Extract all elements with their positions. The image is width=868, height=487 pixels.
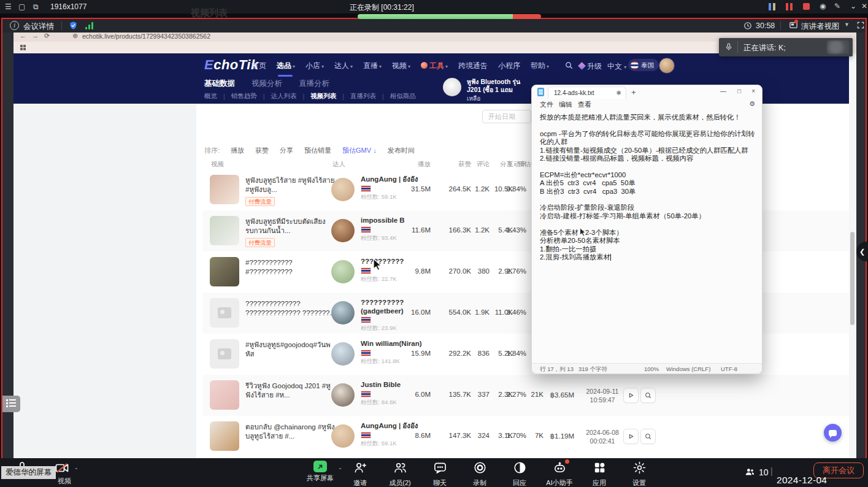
- camera-options-icon[interactable]: ⌃: [74, 467, 79, 473]
- scrollbar[interactable]: [849, 53, 856, 464]
- section-link-直播列表[interactable]: 直播列表: [350, 92, 376, 101]
- play-video-button[interactable]: [623, 388, 639, 403]
- influencer-avatar[interactable]: [331, 219, 355, 242]
- inspect-video-button[interactable]: [640, 388, 656, 403]
- inspect-video-button[interactable]: [640, 429, 656, 444]
- nav-item-首页[interactable]: 首页: [252, 61, 266, 71]
- share-button[interactable]: 共享屏幕⌃: [307, 461, 334, 487]
- region-selector[interactable]: 泰国: [628, 59, 659, 71]
- close-icon[interactable]: ×: [751, 88, 755, 94]
- close-icon[interactable]: ✕: [861, 2, 867, 10]
- pause-recording-icon[interactable]: [786, 2, 794, 11]
- reload-icon[interactable]: ⟳: [44, 32, 50, 40]
- invite-button[interactable]: 邀请: [347, 461, 374, 487]
- url-bar[interactable]: echotik.live/products/172994342350386256…: [82, 33, 210, 40]
- tab-视频分析[interactable]: 视频分析: [252, 79, 282, 89]
- notepad-text-area[interactable]: 投放的本质是把精准人群流量买回来，展示优质素材，然后转化！ ocpm -平台为了…: [540, 113, 756, 261]
- sort-tab[interactable]: 预估GMV ↓: [342, 146, 377, 155]
- chevron-down-icon[interactable]: ⌄: [850, 2, 856, 10]
- section-link-相似商品[interactable]: 相似商品: [390, 92, 416, 101]
- maximize-icon[interactable]: □: [737, 88, 741, 94]
- minimize-icon[interactable]: —: [720, 88, 726, 94]
- ai-button[interactable]: AI小助手: [546, 461, 573, 487]
- pen-icon[interactable]: ✎: [834, 2, 840, 10]
- menu-文件[interactable]: 文件: [540, 100, 553, 109]
- video-title[interactable]: ตอบกลับ @chainarong #หูฟังบลูทูธไร้สาย #…: [245, 423, 339, 441]
- video-title[interactable]: ?????????????? ?????????????? ???????...: [245, 299, 339, 318]
- scrollbar-thumb[interactable]: [850, 232, 855, 325]
- influencer-name[interactable]: Win william(Niran): [361, 340, 426, 348]
- video-thumbnail[interactable]: [210, 421, 239, 451]
- video-thumbnail[interactable]: [210, 298, 239, 328]
- chat-fab-button[interactable]: [824, 424, 842, 442]
- influencer-name[interactable]: AungAung | อังอัง: [361, 175, 426, 184]
- section-link-销售趋势[interactable]: 销售趋势: [231, 92, 257, 101]
- menu-查看[interactable]: 查看: [578, 100, 591, 109]
- window-icon[interactable]: ▢: [18, 2, 25, 11]
- upgrade-button[interactable]: 升级: [579, 61, 602, 72]
- gear-icon[interactable]: ⚙: [749, 100, 755, 108]
- language-selector[interactable]: 中文 ▾: [607, 61, 626, 72]
- nav-item-选品[interactable]: 选品▾: [277, 61, 295, 71]
- capture-region-icon[interactable]: ⧉: [33, 2, 39, 11]
- influencer-name[interactable]: impossible B: [361, 217, 426, 225]
- avatar[interactable]: [659, 58, 675, 74]
- chat-button[interactable]: 聊天: [426, 461, 453, 487]
- influencer-avatar[interactable]: [331, 301, 355, 324]
- tab-基础数据[interactable]: 基础数据: [204, 79, 235, 89]
- menu-icon[interactable]: ☰: [5, 2, 12, 11]
- nav-item-帮助[interactable]: 帮助▾: [531, 61, 549, 71]
- forward-icon[interactable]: →: [32, 32, 39, 39]
- encoding[interactable]: UTF-8: [721, 366, 737, 372]
- influencer-avatar[interactable]: [331, 342, 355, 366]
- nav-item-小店[interactable]: 小店▾: [305, 61, 324, 71]
- video-thumbnail[interactable]: [210, 339, 239, 369]
- sort-tab[interactable]: 发布时间: [388, 146, 415, 155]
- zoom-level[interactable]: 100%: [644, 366, 659, 372]
- record-button[interactable]: 录制: [466, 461, 493, 487]
- participant-count[interactable]: 10: [759, 467, 769, 477]
- section-link-达人列表[interactable]: 达人列表: [271, 92, 296, 101]
- video-title[interactable]: หูฟังบลูทูธไร้สาย #หูฟังไร้สาย #หูฟังบลู…: [245, 176, 339, 194]
- settings-button[interactable]: 设置: [626, 461, 653, 487]
- nav-item-工具[interactable]: 工具▾: [421, 61, 448, 71]
- floating-list-toggle[interactable]: [2, 396, 20, 412]
- start-date-input[interactable]: 开始日期: [482, 110, 531, 123]
- nav-item-跨境通告[interactable]: 跨境通告: [458, 61, 488, 71]
- search-icon[interactable]: [564, 61, 574, 72]
- influencer-name[interactable]: ??????????: [361, 258, 426, 266]
- stop-recording-icon[interactable]: [803, 3, 810, 10]
- camera-button[interactable]: [54, 461, 70, 478]
- participants-icon[interactable]: [744, 467, 756, 480]
- tab-直播分析[interactable]: 直播分析: [299, 79, 329, 89]
- new-tab-icon[interactable]: +: [631, 88, 636, 97]
- influencer-avatar[interactable]: [331, 424, 355, 448]
- members-button[interactable]: 成员(2): [386, 461, 413, 487]
- sort-tab[interactable]: 预估销量: [304, 146, 331, 155]
- view-mode-selector[interactable]: 演讲者视图: [801, 21, 840, 32]
- influencer-name[interactable]: Justin Bible: [361, 381, 426, 389]
- video-title[interactable]: รีวิวหูฟัง Goojodoq J201 #หูฟังไร้สาย #ห…: [245, 382, 339, 400]
- play-video-button[interactable]: [623, 429, 639, 444]
- video-thumbnail[interactable]: [210, 216, 239, 245]
- network-signal-icon[interactable]: [85, 22, 94, 29]
- apps-grid-icon[interactable]: [20, 45, 26, 50]
- notepad-titlebar[interactable]: 12.4-ads-kk.txt✱ + — □ ×: [532, 85, 762, 99]
- nav-item-直播[interactable]: 直播▾: [363, 61, 382, 71]
- notepad-tab[interactable]: 12.4-ads-kk.txt✱: [548, 86, 626, 99]
- influencer-avatar[interactable]: [331, 178, 355, 201]
- nav-item-达人[interactable]: 达人▾: [334, 61, 353, 71]
- menu-编辑[interactable]: 编辑: [559, 100, 572, 109]
- sort-tab[interactable]: 分享: [280, 146, 293, 155]
- line-endings[interactable]: Windows (CRLF): [666, 366, 710, 372]
- back-icon[interactable]: ←: [20, 32, 26, 39]
- security-shield-icon[interactable]: [69, 21, 78, 32]
- influencer-avatar[interactable]: [331, 260, 355, 283]
- echotik-logo[interactable]: EchoTik: [204, 57, 259, 73]
- sort-tab[interactable]: 播放: [231, 146, 244, 155]
- camera-capture-icon[interactable]: ◉: [820, 2, 826, 10]
- influencer-avatar[interactable]: [331, 383, 355, 407]
- section-link-概览[interactable]: 概览: [204, 92, 217, 101]
- nav-item-小程序[interactable]: 小程序: [498, 61, 520, 71]
- nav-item-视频[interactable]: 视频▾: [392, 61, 410, 71]
